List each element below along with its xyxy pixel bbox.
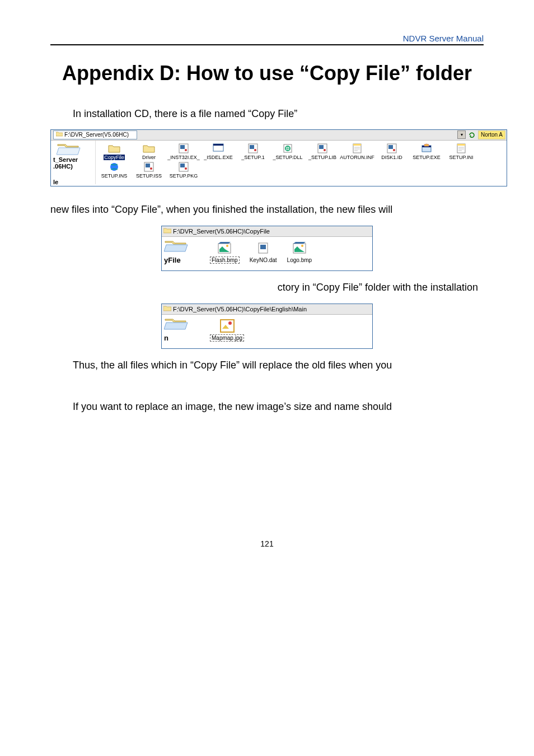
svg-rect-21: [457, 144, 465, 146]
open-folder-icon: [163, 227, 171, 235]
app-icon: [386, 143, 398, 154]
folder-icon: [163, 305, 171, 312]
svg-rect-11: [319, 145, 324, 149]
go-button[interactable]: [468, 131, 476, 139]
file-label: DISK1.ID: [374, 155, 409, 160]
address-path-3: F:\DVR_Server(V5.06HC)\CopyFile\English\…: [173, 306, 307, 312]
file-item[interactable]: SETUP.INS: [97, 161, 132, 179]
side-label-2: .06HC): [53, 163, 93, 170]
file-item[interactable]: SETUP.ISS: [132, 161, 166, 179]
svg-rect-27: [180, 164, 185, 167]
file-item[interactable]: _SETUP.DLL: [270, 143, 305, 160]
svg-rect-24: [146, 164, 150, 167]
svg-point-7: [254, 149, 256, 151]
large-folder-icon: [164, 240, 202, 254]
bmp-icon: [217, 240, 232, 256]
app-icon: [143, 161, 155, 172]
file-label: KeyNO.dat: [250, 257, 277, 263]
paragraph-1: In installation CD, there is a file name…: [50, 104, 484, 123]
inf-icon: [351, 143, 363, 154]
file-label: AUTORUN.INF: [340, 155, 374, 160]
svg-point-28: [185, 167, 187, 170]
app-icon: [247, 143, 259, 154]
file-item[interactable]: _ISDEL.EXE: [201, 143, 236, 160]
file-label: SETUP.INI: [444, 155, 479, 160]
file-label: Mapmap.jpg: [210, 335, 244, 341]
file-label: CopyFile: [97, 155, 132, 160]
file-item[interactable]: SETUP.EXE: [409, 143, 444, 160]
open-folder-icon: [56, 131, 63, 139]
large-folder-icon: [57, 143, 79, 155]
file-list-1: CopyFileDriver_INST32I.EX__ISDEL.EXE_SET…: [96, 141, 507, 184]
svg-point-12: [324, 149, 326, 151]
file-item[interactable]: KeyNO.dat: [250, 240, 277, 267]
address-dropdown-button[interactable]: ▾: [457, 130, 466, 139]
address-path[interactable]: F:\DVR_Server(V5.06HC): [53, 130, 137, 139]
page-title: Appendix D: How to use “Copy File” folde…: [50, 59, 484, 87]
dat-icon: [255, 240, 271, 256]
svg-rect-6: [250, 145, 254, 149]
address-path-2: F:\DVR_Server(V5.06HC)\CopyFile: [173, 228, 270, 235]
svg-point-36: [228, 321, 232, 325]
file-item[interactable]: Driver: [132, 143, 166, 160]
file-label: SETUP.INS: [97, 173, 132, 179]
explorer-side-panel: t_Server .06HC) le: [51, 141, 96, 184]
file-item[interactable]: DISK1.ID: [374, 143, 409, 160]
svg-rect-16: [388, 145, 393, 149]
app-icon: [177, 143, 190, 154]
ins-icon: [108, 161, 120, 172]
paragraph-5: If you want to replace an image, the new…: [50, 397, 484, 416]
inf-icon: [455, 143, 467, 154]
svg-rect-4: [213, 144, 223, 146]
norton-toolbar[interactable]: Norton A: [478, 130, 505, 139]
file-item[interactable]: SETUP.PKG: [166, 161, 201, 179]
side-label-3: le: [53, 179, 93, 185]
address-path-text: F:\DVR_Server(V5.06HC): [64, 131, 129, 139]
file-list-2: Flash.bmpKeyNO.datLogo.bmp: [204, 237, 372, 270]
file-label: Driver: [132, 155, 166, 160]
dll-icon: [282, 143, 294, 154]
file-label: SETUP.EXE: [409, 155, 444, 160]
file-item[interactable]: CopyFile: [97, 143, 132, 160]
side-panel-3: n: [162, 315, 204, 348]
file-item[interactable]: _SETUP.1: [236, 143, 270, 160]
file-label: Logo.bmp: [287, 257, 312, 263]
explorer-window-2: F:\DVR_Server(V5.06HC)\CopyFile yFile Fl…: [161, 226, 373, 271]
side-panel-2: yFile: [162, 237, 204, 270]
address-bar-3: F:\DVR_Server(V5.06HC)\CopyFile\English\…: [162, 304, 372, 315]
file-label: Flash.bmp: [210, 257, 240, 263]
side-label-2a: yFile: [164, 256, 202, 264]
svg-point-17: [393, 149, 395, 151]
address-bar: F:\DVR_Server(V5.06HC) ▾ Norton A: [51, 130, 507, 141]
file-item[interactable]: _SETUP.LIB: [305, 143, 340, 160]
side-label-1: t_Server: [53, 156, 93, 163]
file-item[interactable]: Flash.bmp: [210, 240, 240, 267]
isdel-icon: [212, 143, 224, 154]
app-icon: [316, 143, 329, 154]
paragraph-3: ctory in “Copy File” folder with the ins…: [50, 278, 484, 297]
bmp-icon: [292, 240, 307, 256]
file-item[interactable]: SETUP.INI: [444, 143, 479, 160]
page-number: 121: [50, 539, 484, 548]
file-item[interactable]: Mapmap.jpg: [210, 318, 244, 345]
paragraph-2: new files into “Copy File”, when you fin…: [50, 200, 484, 219]
file-label: _INST32I.EX_: [166, 155, 201, 160]
file-label: _SETUP.DLL: [270, 155, 305, 160]
folder-icon: [108, 143, 120, 154]
svg-point-2: [185, 149, 187, 151]
svg-rect-14: [353, 144, 361, 146]
svg-point-25: [150, 167, 152, 170]
app-icon: [177, 161, 190, 172]
paragraph-4: Thus, the all files which in “Copy File”…: [50, 356, 484, 375]
svg-rect-32: [260, 245, 266, 249]
folder-icon: [143, 143, 155, 154]
file-item[interactable]: Logo.bmp: [287, 240, 312, 267]
large-folder-icon: [164, 318, 202, 332]
file-item[interactable]: _INST32I.EX_: [166, 143, 201, 160]
svg-rect-35: [221, 320, 234, 332]
svg-point-34: [301, 245, 303, 247]
svg-point-30: [226, 245, 228, 247]
file-label: _SETUP.1: [236, 155, 270, 160]
exe-icon: [420, 143, 433, 154]
file-item[interactable]: AUTORUN.INF: [340, 143, 374, 160]
